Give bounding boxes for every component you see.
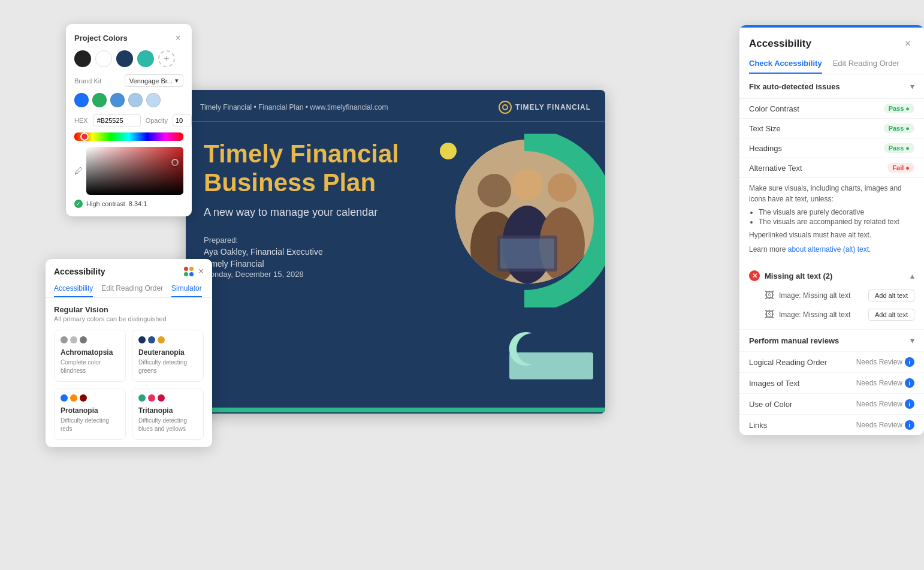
tritanopia-title: Tritanopia [138,406,197,415]
hyperlink-note: Hyperlinked visuals must have alt text. [749,230,914,240]
alt-bullet-2: The visuals are accompanied by related t… [759,218,914,226]
color-gradient-picker[interactable] [86,147,183,195]
close-project-colors-button[interactable]: × [173,32,183,43]
brand-kit-select[interactable]: Venngage Br... ▾ [125,74,183,87]
canvas-logo-text: TIMELY FINANCIAL [515,103,591,111]
vision-card-tritanopia[interactable]: Tritanopia Difficulty detecting blues an… [132,388,204,440]
fix-auto-detected-title: Fix auto-detected issues [749,82,840,91]
high-contrast-check-icon: ✓ [74,200,83,208]
close-acc-right-button[interactable]: × [901,37,914,50]
learn-more-link[interactable]: about alternative (alt) text. [788,245,871,254]
accessibility-panel-left: Accessibility × Accessibility Edit Readi… [46,259,212,447]
canvas-title: Timely Financial Business Plan [204,140,431,198]
brand-swatch-blue[interactable] [74,93,89,107]
chevron-down-icon: ▾ [175,77,179,85]
pass-check-icon: ● [905,105,910,112]
review-row-1: Logical Reading Order Needs Review i [739,351,924,372]
vision-cards-grid: Achromatopsia Complete color blindness D… [54,330,204,440]
dot-11 [148,394,155,402]
tab-simulator[interactable]: Simulator [171,284,202,297]
dot-6 [158,336,165,343]
dot-7 [61,394,68,402]
tab-accessibility-left[interactable]: Accessibility [54,284,93,297]
missing-alt-chevron-icon: ▴ [910,271,914,281]
images-of-text-badge: Needs Review i [856,378,914,388]
acc-left-header: Accessibility × [46,259,212,277]
vision-card-deuteranopia[interactable]: Deuteranopia Difficulty detecting greens [132,330,204,382]
missing-alt-header[interactable]: ✕ Missing alt text (2) ▴ [749,266,914,286]
spectrum-thumb[interactable] [80,132,89,141]
pass-check-icon-3: ● [905,144,910,152]
headings-badge: Pass ● [884,143,914,153]
dot-5 [148,336,155,343]
needs-review-text-4: Needs Review [856,421,902,429]
canvas-body: Timely Financial Business Plan A new way… [186,122,605,412]
alt-item-1-label: Image: Missing alt text [779,291,850,300]
dot-green [184,272,188,276]
dots-icon [184,267,194,276]
brand-swatch-lightblue[interactable] [110,93,125,107]
tab-edit-reading-order-left[interactable]: Edit Reading Order [101,284,163,297]
vision-card-protanopia[interactable]: Protanopia Difficulty detecting reds [54,388,126,440]
tritanopia-desc: Difficulty detecting blues and yellows [138,417,197,433]
error-circle-icon: ✕ [749,270,760,281]
reviews-header[interactable]: Perform manual reviews ▾ [739,330,924,351]
swatch-navy[interactable] [116,50,133,67]
review-row-4: Links Needs Review i [739,414,924,435]
dot-2 [70,336,77,343]
alt-text-row: Alternative Text Fail ● [739,158,924,177]
simulator-section: Regular Vision All primary colors can be… [46,298,212,447]
opacity-input[interactable] [173,114,192,126]
fix-auto-detected-section[interactable]: Fix auto-detected issues ▾ [739,74,924,98]
use-of-color-badge: Needs Review i [856,399,914,409]
green-rect-shape [509,352,593,379]
learn-more-text: Learn more about alternative (alt) text. [749,244,914,255]
swatch-teal[interactable] [137,50,154,67]
tab-edit-reading-order[interactable]: Edit Reading Order [833,59,899,74]
swatch-black[interactable] [74,50,91,67]
add-alt-text-button-1[interactable]: Add alt text [868,289,914,301]
pass-label-3: Pass [889,144,904,152]
gradient-thumb[interactable] [171,159,179,166]
alt-item-2-label: Image: Missing alt text [779,310,850,319]
high-contrast-label: High contrast [86,200,125,207]
opacity-label: Opacity [146,117,168,124]
brand-swatch-paleblue[interactable] [128,93,143,107]
images-of-text-label: Images of Text [749,379,799,388]
brand-kit-row: Brand Kit Venngage Br... ▾ [74,74,183,87]
alt-text-badge: Fail ● [887,163,914,173]
fail-circle-icon: ● [905,164,910,171]
canvas-logo-inner [502,104,508,110]
swatch-white[interactable] [95,50,112,67]
achromatopsia-title: Achromatopsia [61,348,119,357]
tab-check-accessibility[interactable]: Check Accessibility [749,59,822,74]
eyedropper-icon[interactable]: 🖊 [74,166,83,176]
hex-input[interactable] [93,114,141,126]
dot-12 [158,394,165,402]
info-icon-3: i [905,399,914,409]
dot-9 [80,394,87,402]
links-label: Links [749,421,767,430]
alt-text-bullets: The visuals are purely decorative The vi… [759,208,914,226]
add-swatch-button[interactable]: + [158,50,175,67]
text-size-row: Text Size Pass ● [739,118,924,138]
dot-8 [70,394,77,402]
vision-card-achromatopsia[interactable]: Achromatopsia Complete color blindness [54,330,126,382]
close-acc-left-button[interactable]: × [198,266,204,277]
achromatopsia-desc: Complete color blindness [61,358,119,375]
reviews-chevron-icon: ▾ [910,336,914,345]
achromatopsia-dots [61,336,119,343]
headings-label: Headings [749,144,782,153]
alt-text-desc: Make sure visuals, including charts, ima… [749,183,914,204]
brand-swatch-palest[interactable] [146,93,161,107]
brand-swatch-green[interactable] [92,93,107,107]
missing-alt-label: Missing alt text (2) [765,272,832,281]
acc-left-title: Accessibility [54,267,105,276]
pass-check-icon-2: ● [905,125,910,132]
alt-item-2-left: 🖼 Image: Missing alt text [765,309,850,320]
image-icon-1: 🖼 [765,290,774,301]
color-spectrum[interactable] [74,132,183,141]
add-alt-text-button-2[interactable]: Add alt text [868,309,914,321]
dot-1 [61,336,68,343]
color-contrast-label: Color Contrast [749,104,799,113]
